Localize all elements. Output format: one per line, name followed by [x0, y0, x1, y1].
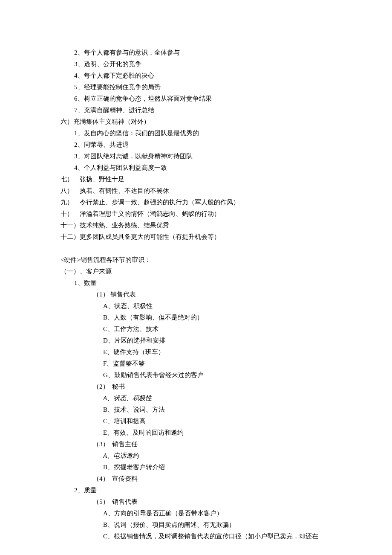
list-item: A、状态、积极性 — [61, 392, 362, 404]
sub-heading: 1、数量 — [61, 277, 362, 289]
list-item-text: A、状态、积极性 — [103, 395, 152, 401]
document-body: 2、每个人都有参与的意识，全体参与 3、透明、公开化的竞争 4、每个人都下定必胜… — [0, 47, 392, 542]
list-item-text: A、电话邀约 — [103, 452, 139, 459]
part-heading: （一）、客户来源 — [61, 266, 362, 277]
list-item: B、说词（报价、项目卖点的阐述、有无欺骗） — [61, 519, 362, 531]
sub-heading: 2、质量 — [61, 485, 362, 496]
list-item: A、方向的引导是否正确（是否带水客户） — [61, 508, 362, 519]
spacer — [61, 243, 362, 254]
list-item: F、监督够不够 — [61, 358, 362, 369]
list-item: 3、对团队绝对忠诚，以献身精神对待团队 — [61, 151, 362, 162]
hardware-title: <硬件>销售流程各环节的审识： — [61, 254, 362, 266]
list-item: 2、同荣辱、共进退 — [61, 139, 362, 151]
list-item: 5、经理要能控制住竞争的局势 — [61, 81, 362, 93]
group-heading: （5） 销售代表 — [61, 496, 362, 508]
list-item: G、鼓励销售代表带曾经来过的客户 — [61, 369, 362, 381]
section-heading: 十二）更多团队成员具备更大的可能性（有提升机会等） — [61, 231, 362, 243]
list-item: C、培训和提高 — [61, 416, 362, 427]
group-heading: （3） 销售主任 — [61, 439, 362, 450]
list-item: B、挖掘老客户转介绍 — [61, 462, 362, 473]
group-heading: （1） 销售代表 — [61, 289, 362, 300]
section-heading: 十） 洋溢着理想主义的情怀（鸿鹄志向、蚂蚁的行动） — [61, 208, 362, 220]
group-heading: （2） 秘书 — [61, 381, 362, 392]
list-item: C、工作方法、技术 — [61, 323, 362, 335]
list-item: 3、透明、公开化的竞争 — [61, 58, 362, 70]
group-heading: （4） 宣传资料 — [61, 473, 362, 485]
list-item: B、技术、说词、方法 — [61, 404, 362, 416]
list-item: A、电话邀约 — [61, 450, 362, 462]
list-item: A、状态、积极性 — [61, 300, 362, 312]
list-item: D、片区的选择和安排 — [61, 335, 362, 346]
list-item: 7、充满自醒精神、进行总结 — [61, 105, 362, 116]
list-item: 1、发自内心的坚信：我们的团队是最优秀的 — [61, 128, 362, 139]
section-heading: 七） 张扬、野性十足 — [61, 174, 362, 185]
section-heading: 八） 执着、有韧性、不达目的不罢休 — [61, 185, 362, 197]
list-item: B、人数（有影响、但不是绝对的） — [61, 312, 362, 323]
section-heading: 六）充满集体主义精神（对外） — [61, 116, 362, 128]
section-heading: 九） 令行禁止、步调一致、超强的的执行力（军人般的作风） — [61, 197, 362, 208]
list-item: C、根据销售情况，及时调整销售代表的宣传口径（如小户型已卖完，却还在 — [61, 531, 362, 542]
list-item: 4、每个人都下定必胜的决心 — [61, 70, 362, 81]
list-item: 2、每个人都有参与的意识，全体参与 — [61, 47, 362, 58]
section-heading: 十一）技术纯熟、业务熟练、结果优秀 — [61, 220, 362, 231]
list-item: 4、个人利益与团队利益高度一致 — [61, 162, 362, 174]
list-item: 6、树立正确的竞争心态，坦然从容面对竞争结果 — [61, 93, 362, 105]
list-item: E、有效、及时的回访和邀约 — [61, 427, 362, 439]
list-item: E、硬件支持（班车） — [61, 346, 362, 358]
